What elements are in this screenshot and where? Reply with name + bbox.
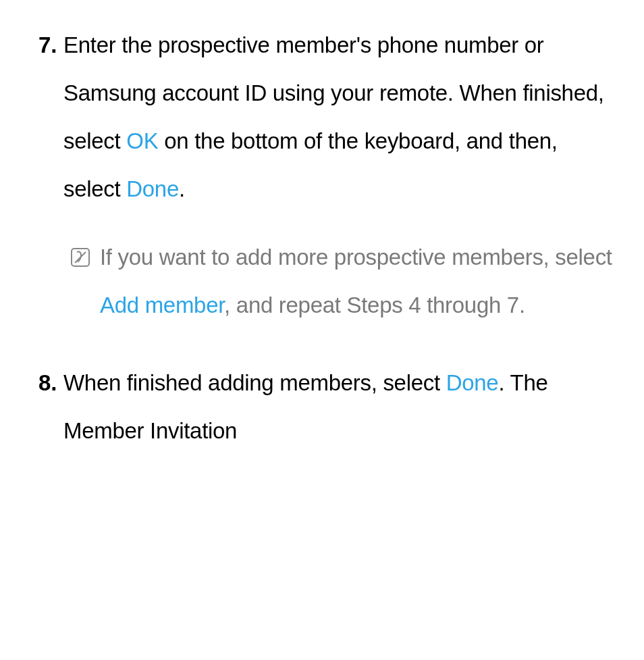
note-text-2: , and repeat Steps 4 through 7. [224,293,525,318]
step-7-text-3: . [179,176,185,201]
ok-link[interactable]: OK [126,128,158,153]
note-content: If you want to add more prospective memb… [100,234,617,330]
step-7-number: 7. [27,22,63,213]
step-7-content: Enter the prospective member's phone num… [63,22,617,213]
add-member-link[interactable]: Add member [100,293,224,318]
step-8: 8. When finished adding members, select … [27,359,617,455]
step-8-content: When finished adding members, select Don… [63,359,617,455]
step-8-number: 8. [27,359,63,455]
done-link-2[interactable]: Done [446,370,499,395]
note-icon [70,234,100,330]
step-8-text-1: When finished adding members, select [63,370,446,395]
note-text-1: If you want to add more prospective memb… [100,245,612,270]
note-block: If you want to add more prospective memb… [27,234,617,330]
step-7: 7. Enter the prospective member's phone … [27,22,617,213]
done-link[interactable]: Done [126,176,179,201]
